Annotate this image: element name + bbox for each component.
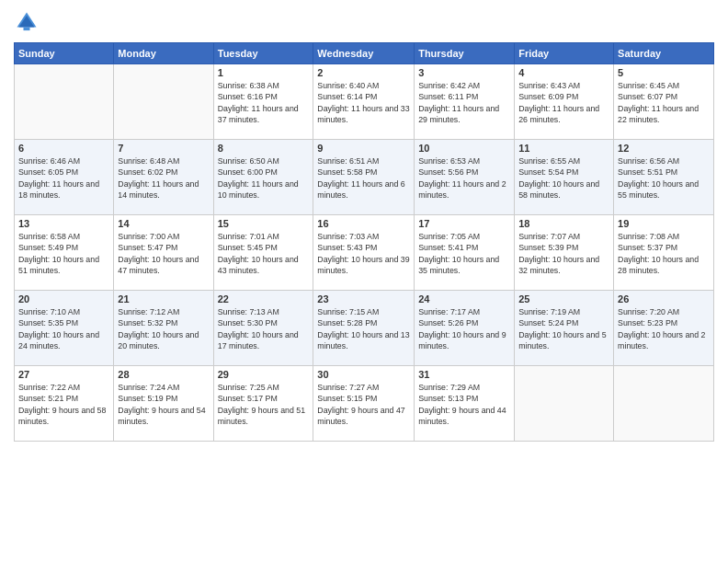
day-info: Sunrise: 7:27 AM Sunset: 5:15 PM Dayligh… bbox=[317, 382, 410, 427]
day-info: Sunrise: 6:45 AM Sunset: 6:07 PM Dayligh… bbox=[618, 80, 710, 125]
day-cell: 31Sunrise: 7:29 AM Sunset: 5:13 PM Dayli… bbox=[415, 366, 515, 442]
header-day: Thursday bbox=[415, 43, 515, 64]
day-info: Sunrise: 6:40 AM Sunset: 6:14 PM Dayligh… bbox=[317, 80, 410, 125]
header-day: Sunday bbox=[15, 43, 114, 64]
day-info: Sunrise: 7:08 AM Sunset: 5:37 PM Dayligh… bbox=[618, 231, 710, 276]
day-info: Sunrise: 6:51 AM Sunset: 5:58 PM Dayligh… bbox=[317, 155, 410, 201]
day-number: 25 bbox=[518, 293, 609, 304]
day-info: Sunrise: 6:55 AM Sunset: 5:54 PM Dayligh… bbox=[518, 155, 609, 201]
day-info: Sunrise: 6:50 AM Sunset: 6:00 PM Dayligh… bbox=[218, 155, 310, 201]
day-cell: 11Sunrise: 6:55 AM Sunset: 5:54 PM Dayli… bbox=[515, 140, 614, 215]
svg-rect-2 bbox=[24, 28, 30, 30]
day-cell: 8Sunrise: 6:50 AM Sunset: 6:00 PM Daylig… bbox=[213, 140, 313, 215]
day-cell: 15Sunrise: 7:01 AM Sunset: 5:45 PM Dayli… bbox=[213, 215, 313, 291]
day-number: 21 bbox=[118, 293, 209, 304]
day-info: Sunrise: 7:20 AM Sunset: 5:23 PM Dayligh… bbox=[618, 306, 710, 351]
day-cell: 17Sunrise: 7:05 AM Sunset: 5:41 PM Dayli… bbox=[415, 215, 515, 291]
header-day: Wednesday bbox=[313, 43, 415, 64]
day-cell: 24Sunrise: 7:17 AM Sunset: 5:26 PM Dayli… bbox=[415, 291, 515, 366]
day-cell bbox=[515, 366, 614, 442]
day-cell: 3Sunrise: 6:42 AM Sunset: 6:11 PM Daylig… bbox=[415, 64, 515, 140]
day-info: Sunrise: 7:22 AM Sunset: 5:21 PM Dayligh… bbox=[18, 382, 109, 427]
week-row: 27Sunrise: 7:22 AM Sunset: 5:21 PM Dayli… bbox=[15, 366, 714, 442]
day-cell: 13Sunrise: 6:58 AM Sunset: 5:49 PM Dayli… bbox=[15, 215, 114, 291]
calendar-table: SundayMondayTuesdayWednesdayThursdayFrid… bbox=[14, 42, 714, 442]
day-info: Sunrise: 7:24 AM Sunset: 5:19 PM Dayligh… bbox=[118, 382, 209, 427]
day-number: 17 bbox=[418, 218, 510, 229]
day-info: Sunrise: 6:53 AM Sunset: 5:56 PM Dayligh… bbox=[418, 155, 510, 201]
week-row: 6Sunrise: 6:46 AM Sunset: 6:05 PM Daylig… bbox=[15, 140, 714, 215]
day-info: Sunrise: 7:15 AM Sunset: 5:28 PM Dayligh… bbox=[317, 306, 410, 351]
day-cell: 5Sunrise: 6:45 AM Sunset: 6:07 PM Daylig… bbox=[614, 64, 714, 140]
day-number: 14 bbox=[118, 218, 209, 229]
day-cell: 6Sunrise: 6:46 AM Sunset: 6:05 PM Daylig… bbox=[15, 140, 114, 215]
day-cell: 10Sunrise: 6:53 AM Sunset: 5:56 PM Dayli… bbox=[415, 140, 515, 215]
week-row: 20Sunrise: 7:10 AM Sunset: 5:35 PM Dayli… bbox=[15, 291, 714, 366]
day-number: 18 bbox=[518, 218, 609, 229]
day-number: 1 bbox=[218, 67, 310, 78]
day-number: 13 bbox=[18, 218, 109, 229]
day-cell: 4Sunrise: 6:43 AM Sunset: 6:09 PM Daylig… bbox=[515, 64, 614, 140]
day-info: Sunrise: 7:12 AM Sunset: 5:32 PM Dayligh… bbox=[118, 306, 209, 351]
day-number: 9 bbox=[317, 143, 410, 154]
day-cell: 21Sunrise: 7:12 AM Sunset: 5:32 PM Dayli… bbox=[114, 291, 213, 366]
day-info: Sunrise: 7:25 AM Sunset: 5:17 PM Dayligh… bbox=[218, 382, 310, 427]
day-info: Sunrise: 6:46 AM Sunset: 6:05 PM Dayligh… bbox=[18, 155, 109, 201]
logo bbox=[14, 9, 43, 35]
day-cell bbox=[15, 64, 114, 140]
day-number: 12 bbox=[618, 143, 710, 154]
day-number: 24 bbox=[418, 293, 510, 304]
day-cell: 7Sunrise: 6:48 AM Sunset: 6:02 PM Daylig… bbox=[114, 140, 213, 215]
day-cell: 22Sunrise: 7:13 AM Sunset: 5:30 PM Dayli… bbox=[213, 291, 313, 366]
day-info: Sunrise: 6:43 AM Sunset: 6:09 PM Dayligh… bbox=[518, 80, 609, 125]
header bbox=[14, 9, 714, 35]
day-cell: 29Sunrise: 7:25 AM Sunset: 5:17 PM Dayli… bbox=[213, 366, 313, 442]
day-cell: 1Sunrise: 6:38 AM Sunset: 6:16 PM Daylig… bbox=[213, 64, 313, 140]
week-row: 1Sunrise: 6:38 AM Sunset: 6:16 PM Daylig… bbox=[15, 64, 714, 140]
day-number: 7 bbox=[118, 143, 209, 154]
day-cell: 16Sunrise: 7:03 AM Sunset: 5:43 PM Dayli… bbox=[313, 215, 415, 291]
day-cell: 26Sunrise: 7:20 AM Sunset: 5:23 PM Dayli… bbox=[614, 291, 714, 366]
day-cell bbox=[114, 64, 213, 140]
day-info: Sunrise: 7:00 AM Sunset: 5:47 PM Dayligh… bbox=[118, 231, 209, 276]
day-cell: 18Sunrise: 7:07 AM Sunset: 5:39 PM Dayli… bbox=[515, 215, 614, 291]
day-cell: 23Sunrise: 7:15 AM Sunset: 5:28 PM Dayli… bbox=[313, 291, 415, 366]
day-number: 27 bbox=[18, 369, 109, 380]
day-number: 3 bbox=[418, 67, 510, 78]
day-info: Sunrise: 6:48 AM Sunset: 6:02 PM Dayligh… bbox=[118, 155, 209, 201]
day-number: 31 bbox=[418, 369, 510, 380]
day-cell: 14Sunrise: 7:00 AM Sunset: 5:47 PM Dayli… bbox=[114, 215, 213, 291]
day-cell: 20Sunrise: 7:10 AM Sunset: 5:35 PM Dayli… bbox=[15, 291, 114, 366]
day-number: 22 bbox=[218, 293, 310, 304]
header-row: SundayMondayTuesdayWednesdayThursdayFrid… bbox=[15, 43, 714, 64]
week-row: 13Sunrise: 6:58 AM Sunset: 5:49 PM Dayli… bbox=[15, 215, 714, 291]
day-info: Sunrise: 7:01 AM Sunset: 5:45 PM Dayligh… bbox=[218, 231, 310, 276]
day-number: 19 bbox=[618, 218, 710, 229]
day-info: Sunrise: 7:17 AM Sunset: 5:26 PM Dayligh… bbox=[418, 306, 510, 351]
day-number: 26 bbox=[618, 293, 710, 304]
day-info: Sunrise: 6:42 AM Sunset: 6:11 PM Dayligh… bbox=[418, 80, 510, 125]
header-day: Monday bbox=[114, 43, 213, 64]
logo-icon bbox=[14, 9, 40, 35]
day-info: Sunrise: 7:19 AM Sunset: 5:24 PM Dayligh… bbox=[518, 306, 609, 351]
day-cell: 19Sunrise: 7:08 AM Sunset: 5:37 PM Dayli… bbox=[614, 215, 714, 291]
day-number: 2 bbox=[317, 67, 410, 78]
day-number: 23 bbox=[317, 293, 410, 304]
day-number: 16 bbox=[317, 218, 410, 229]
day-cell: 9Sunrise: 6:51 AM Sunset: 5:58 PM Daylig… bbox=[313, 140, 415, 215]
day-info: Sunrise: 6:58 AM Sunset: 5:49 PM Dayligh… bbox=[18, 231, 109, 276]
day-info: Sunrise: 7:03 AM Sunset: 5:43 PM Dayligh… bbox=[317, 231, 410, 276]
day-cell: 30Sunrise: 7:27 AM Sunset: 5:15 PM Dayli… bbox=[313, 366, 415, 442]
day-cell: 28Sunrise: 7:24 AM Sunset: 5:19 PM Dayli… bbox=[114, 366, 213, 442]
calendar-container: SundayMondayTuesdayWednesdayThursdayFrid… bbox=[0, 0, 728, 563]
day-cell: 25Sunrise: 7:19 AM Sunset: 5:24 PM Dayli… bbox=[515, 291, 614, 366]
day-number: 29 bbox=[218, 369, 310, 380]
day-info: Sunrise: 7:05 AM Sunset: 5:41 PM Dayligh… bbox=[418, 231, 510, 276]
day-cell bbox=[614, 366, 714, 442]
day-cell: 2Sunrise: 6:40 AM Sunset: 6:14 PM Daylig… bbox=[313, 64, 415, 140]
day-info: Sunrise: 7:13 AM Sunset: 5:30 PM Dayligh… bbox=[218, 306, 310, 351]
day-cell: 12Sunrise: 6:56 AM Sunset: 5:51 PM Dayli… bbox=[614, 140, 714, 215]
day-info: Sunrise: 7:07 AM Sunset: 5:39 PM Dayligh… bbox=[518, 231, 609, 276]
day-info: Sunrise: 6:56 AM Sunset: 5:51 PM Dayligh… bbox=[618, 155, 710, 201]
day-number: 15 bbox=[218, 218, 310, 229]
